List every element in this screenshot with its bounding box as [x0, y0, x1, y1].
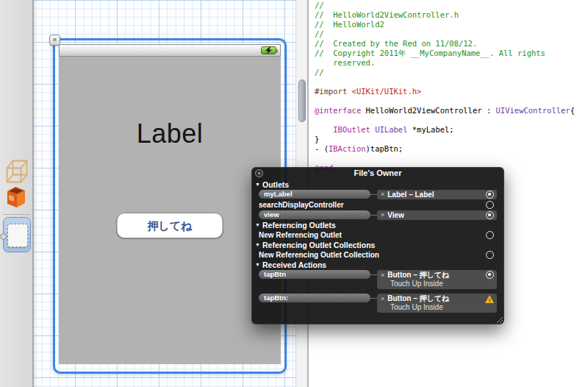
code-line: reserved. — [315, 58, 588, 68]
connection-row[interactable]: view×View — [251, 210, 504, 220]
dock-knob — [0, 233, 7, 240]
view-object-proxy[interactable] — [3, 217, 31, 252]
code-line — [315, 154, 588, 163]
target-label: Button – 押してね — [387, 294, 449, 304]
connection-row[interactable]: New Referencing Outlet Collection — [251, 249, 504, 260]
connected-radio[interactable] — [486, 271, 494, 279]
disclosure-triangle-icon[interactable]: ▼ — [255, 242, 262, 247]
connected-radio[interactable] — [486, 211, 494, 219]
code-line: // — [315, 1, 588, 10]
target-label: Button – 押してね — [387, 270, 449, 280]
connected-radio[interactable] — [486, 191, 494, 199]
source-pill[interactable]: tapBtn: — [259, 294, 370, 302]
connections-list: ▼OutletsmyLabel×Label – LabelsearchDispl… — [251, 180, 504, 316]
status-bar — [59, 44, 281, 57]
battery-icon — [261, 46, 276, 54]
disconnect-icon[interactable]: × — [381, 295, 384, 302]
connection-row[interactable]: tapBtn:×Button – 押してねTouch Up Inside! — [251, 293, 504, 314]
code-line: IBOutlet UILabel *myLabel; — [315, 125, 588, 135]
connection-target[interactable]: ×Button – 押してねTouch Up Inside! — [377, 294, 497, 313]
section-header[interactable]: ▼Received Actions — [251, 260, 504, 269]
dock-divider — [3, 214, 30, 215]
code-line: // HelloWorld2ViewController.h — [315, 10, 588, 20]
section-header[interactable]: ▼Outlets — [251, 180, 504, 189]
code-line — [315, 96, 588, 106]
event-label: Touch Up Inside — [381, 280, 485, 288]
disclosure-triangle-icon[interactable]: ▼ — [255, 262, 262, 267]
source-label: New Referencing Outlet — [259, 231, 342, 239]
code-line: // — [315, 29, 588, 39]
connection-target[interactable]: ×View — [377, 210, 497, 220]
code-line — [315, 116, 588, 125]
connection-row[interactable]: New Referencing Outlet — [251, 230, 504, 240]
section-header[interactable]: ▼Referencing Outlets — [251, 220, 504, 230]
source-pill[interactable]: myLabel — [259, 190, 370, 199]
panel-resize-handle[interactable] — [495, 316, 503, 323]
disclosure-triangle-icon[interactable]: ▼ — [255, 182, 262, 187]
connection-row[interactable]: searchDisplayController — [251, 199, 504, 210]
ib-button[interactable]: 押してね — [117, 213, 223, 238]
warning-icon: ! — [485, 295, 494, 303]
section-label: Outlets — [262, 180, 289, 189]
disclosure-triangle-icon[interactable]: ▼ — [255, 222, 262, 227]
code-line: // Copyright 2011年 __MyCompanyName__. Al… — [315, 49, 588, 58]
code-line: - (IBAction)tapBtn; — [315, 144, 588, 154]
empty-radio[interactable] — [486, 201, 494, 209]
code-line: } — [315, 135, 588, 144]
scrollbar-thumb[interactable] — [298, 79, 306, 122]
code-line: #import <UIKit/UIKit.h> — [315, 87, 588, 96]
source-label: New Referencing Outlet Collection — [259, 251, 379, 259]
code-line: // Created by the Red on 11/08/12. — [315, 39, 588, 49]
files-owner-proxy[interactable] — [4, 159, 29, 185]
connection-row[interactable]: myLabel×Label – Label — [251, 189, 504, 199]
objects-dock — [0, 0, 33, 387]
empty-radio[interactable] — [486, 231, 494, 239]
connection-target[interactable]: ×Label – Label — [377, 190, 497, 199]
code-line: // HelloWorld2 — [315, 20, 588, 29]
orange-cube-icon — [4, 200, 28, 213]
code-line: // — [315, 68, 588, 77]
target-label: View — [387, 211, 404, 219]
event-label: Touch Up Inside — [381, 303, 485, 312]
svg-text:!: ! — [489, 297, 491, 304]
disconnect-icon[interactable]: × — [381, 211, 384, 219]
files-owner-panel: × File's Owner ▼OutletsmyLabel×Label – L… — [251, 167, 504, 324]
target-label: Label – Label — [387, 191, 434, 199]
connection-row[interactable]: tapBtn×Button – 押してねTouch Up Inside — [251, 269, 504, 291]
disconnect-icon[interactable]: × — [381, 191, 384, 198]
empty-radio[interactable] — [486, 251, 494, 259]
source-pill[interactable]: tapBtn — [259, 270, 370, 279]
first-responder-proxy[interactable] — [4, 184, 29, 210]
view-square-icon — [7, 224, 28, 247]
code-line — [315, 77, 588, 87]
source-pill[interactable]: view — [259, 210, 370, 219]
disconnect-icon[interactable]: × — [381, 271, 384, 279]
section-label: Received Actions — [262, 260, 326, 269]
source-label: searchDisplayController — [259, 201, 344, 209]
section-header[interactable]: ▼Referencing Outlet Collections — [251, 240, 504, 249]
panel-title: File's Owner — [251, 168, 504, 177]
code-lines: //// HelloWorld2ViewController.h// Hello… — [315, 1, 588, 173]
code-line: @interface HelloWorld2ViewController : U… — [315, 106, 588, 116]
xcode-ib-window: × Label 押してね //// HelloWorld2ViewControl… — [0, 0, 588, 387]
section-label: Referencing Outlet Collections — [262, 241, 375, 249]
ib-label[interactable]: Label — [59, 118, 281, 149]
main-view[interactable]: Label 押してね — [59, 57, 281, 364]
section-label: Referencing Outlets — [262, 221, 336, 230]
connection-target[interactable]: ×Button – 押してねTouch Up Inside — [377, 270, 497, 289]
